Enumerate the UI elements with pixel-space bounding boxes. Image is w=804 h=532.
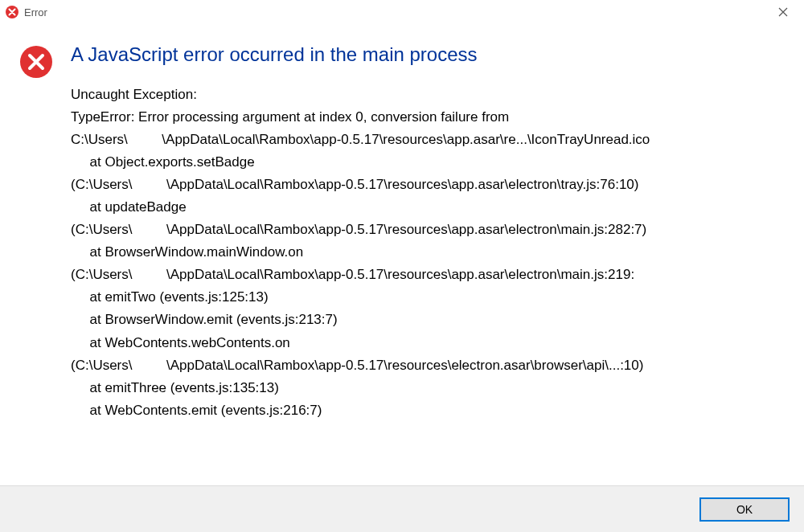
content-area: A JavaScript error occurred in the main … — [0, 24, 804, 485]
text-column: A JavaScript error occurred in the main … — [64, 40, 788, 477]
titlebar: Error — [0, 0, 804, 24]
close-button[interactable] — [767, 1, 799, 23]
dialog-body: Uncaught Exception: TypeError: Error pro… — [71, 84, 788, 422]
error-dialog: Error A JavaScript error occurred in the… — [0, 0, 804, 532]
error-icon-small — [5, 5, 19, 19]
main-icon-column — [16, 40, 64, 477]
error-icon — [19, 45, 64, 79]
window-title: Error — [24, 6, 767, 18]
button-bar: OK — [0, 485, 804, 532]
ok-button[interactable]: OK — [699, 497, 790, 522]
dialog-heading: A JavaScript error occurred in the main … — [71, 43, 788, 66]
